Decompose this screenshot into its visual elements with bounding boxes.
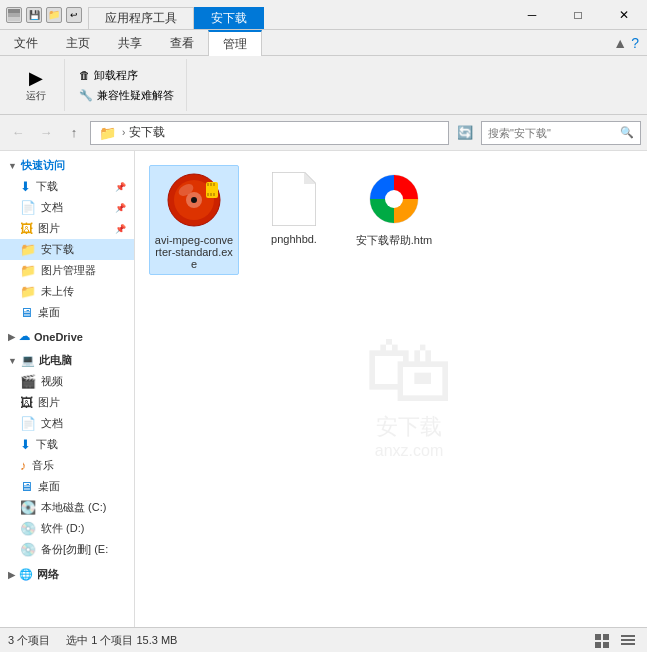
sidebar-item-e-drive[interactable]: 💿 备份[勿删] (E: <box>0 539 134 560</box>
svg-rect-25 <box>621 639 635 641</box>
sidebar-item-desktop2[interactable]: 🖥 桌面 <box>0 476 134 497</box>
sidebar-item-label: 备份[勿删] (E: <box>41 542 108 557</box>
address-path[interactable]: 📁 › 安下载 <box>90 121 449 145</box>
view-details-button[interactable] <box>617 630 639 652</box>
sidebar-item-c-drive[interactable]: 💽 本地磁盘 (C:) <box>0 497 134 518</box>
main-area: ▼ 快速访问 ⬇ 下载 📌 📄 文档 📌 🖼 图片 📌 📁 安下载 <box>0 151 647 627</box>
folder-icon-3: 📁 <box>20 263 36 278</box>
svg-rect-21 <box>603 634 609 640</box>
thispc-caret: ▼ <box>8 356 17 366</box>
ribbon-collapse-btn[interactable]: ▲ <box>613 35 627 51</box>
folder-icon-4: 📁 <box>20 284 36 299</box>
file-item-exe[interactable]: avi-mpeg-converter-standard.exe <box>149 165 239 275</box>
compatibility-button[interactable]: 🔧 兼容性疑难解答 <box>75 86 178 105</box>
sidebar-item-not-uploaded[interactable]: 📁 未上传 <box>0 281 134 302</box>
watermark-bag-icon: 🛍 <box>364 319 454 422</box>
svg-rect-12 <box>207 193 209 196</box>
back-button[interactable]: ← <box>6 121 30 145</box>
ribbon-tab-share[interactable]: 共享 <box>104 30 156 56</box>
watermark-text: 安下载 <box>376 412 442 442</box>
path-separator: › <box>122 127 125 138</box>
sidebar-item-desktop-quick[interactable]: 🖥 桌面 <box>0 302 134 323</box>
save-icon[interactable]: 💾 <box>26 7 42 23</box>
sidebar-item-pictures[interactable]: 🖼 图片 📌 <box>0 218 134 239</box>
sidebar-item-documents[interactable]: 📄 文档 📌 <box>0 197 134 218</box>
files-grid: avi-mpeg-converter-standard.exe pnghhbd. <box>145 161 637 279</box>
thispc-header[interactable]: ▼ 💻 此电脑 <box>0 350 134 371</box>
watermark: 🛍 安下载 anxz.com <box>364 319 454 460</box>
ribbon-tab-home[interactable]: 主页 <box>52 30 104 56</box>
desktop-icon-2: 🖥 <box>20 479 33 494</box>
svg-rect-22 <box>595 642 601 648</box>
item-count: 3 个项目 <box>8 633 50 648</box>
forward-button[interactable]: → <box>34 121 58 145</box>
watermark-url: anxz.com <box>375 442 443 460</box>
sidebar-item-download[interactable]: ⬇ 下载 📌 <box>0 176 134 197</box>
svg-rect-10 <box>210 183 212 186</box>
tab-download[interactable]: 安下载 <box>194 7 264 29</box>
sidebar-item-anxiazai[interactable]: 📁 安下载 <box>0 239 134 260</box>
sidebar-item-documents2[interactable]: 📄 文档 <box>0 413 134 434</box>
quick-access-header[interactable]: ▼ 快速访问 <box>0 155 134 176</box>
network-icon: 🌐 <box>19 568 33 581</box>
maximize-button[interactable]: □ <box>555 0 601 30</box>
view-large-icons-button[interactable] <box>591 630 613 652</box>
file-item-htm[interactable]: 安下载帮助.htm <box>349 165 439 275</box>
onedrive-icon: ☁ <box>19 330 30 343</box>
title-bar-left: 💾 📁 ↩ <box>0 7 88 23</box>
music-icon: ♪ <box>20 458 27 473</box>
selected-info: 选中 1 个项目 15.3 MB <box>66 633 177 648</box>
sidebar-item-pictures2[interactable]: 🖼 图片 <box>0 392 134 413</box>
title-bar-controls: ─ □ ✕ <box>509 0 647 29</box>
file-area: 🛍 安下载 anxz.com <box>135 151 647 627</box>
svg-rect-0 <box>8 9 20 13</box>
file-item-generic[interactable]: pnghhbd. <box>249 165 339 275</box>
sidebar-item-label: 桌面 <box>38 305 60 320</box>
run-icon: ▶ <box>29 67 43 89</box>
file-name-generic: pnghhbd. <box>271 233 317 245</box>
quick-access-caret: ▼ <box>8 161 17 171</box>
svg-rect-13 <box>210 193 212 196</box>
onedrive-header[interactable]: ▶ ☁ OneDrive <box>0 327 134 346</box>
help-btn[interactable]: ? <box>631 35 639 51</box>
network-header[interactable]: ▶ 🌐 网络 <box>0 564 134 585</box>
drive-icon-e: 💿 <box>20 542 36 557</box>
sidebar-item-label: 安下载 <box>41 242 74 257</box>
sidebar-item-label: 下载 <box>36 179 58 194</box>
ribbon: 文件 主页 共享 查看 管理 ▲ ? ▶ 运行 🗑 卸载程序 🔧 兼容 <box>0 30 647 115</box>
close-button[interactable]: ✕ <box>601 0 647 30</box>
sidebar-item-d-drive[interactable]: 💿 软件 (D:) <box>0 518 134 539</box>
svg-rect-24 <box>621 635 635 637</box>
ribbon-tabs: 文件 主页 共享 查看 管理 ▲ ? <box>0 30 647 56</box>
up-button[interactable]: ↑ <box>62 121 86 145</box>
onedrive-section: ▶ ☁ OneDrive <box>0 327 134 346</box>
minimize-button[interactable]: ─ <box>509 0 555 30</box>
undo-icon[interactable]: ↩ <box>66 7 82 23</box>
network-caret: ▶ <box>8 570 15 580</box>
ribbon-tab-file[interactable]: 文件 <box>0 30 52 56</box>
sidebar-item-label: 图片 <box>38 221 60 236</box>
status-bar-right <box>591 630 639 652</box>
run-button[interactable]: ▶ 运行 <box>16 65 56 105</box>
search-icon: 🔍 <box>620 126 634 139</box>
ribbon-tab-manage[interactable]: 管理 <box>208 30 262 56</box>
thispc-label: 此电脑 <box>39 353 72 368</box>
sidebar-item-label: 未上传 <box>41 284 74 299</box>
sidebar-item-music[interactable]: ♪ 音乐 <box>0 455 134 476</box>
sidebar-item-video[interactable]: 🎬 视频 <box>0 371 134 392</box>
sidebar-item-pic-manager[interactable]: 📁 图片管理器 <box>0 260 134 281</box>
pin-icon-1: 📌 <box>115 203 126 213</box>
folder-icon-0: 📄 <box>20 200 36 215</box>
search-input[interactable] <box>488 127 616 139</box>
ribbon-tab-view[interactable]: 查看 <box>156 30 208 56</box>
ribbon-content: ▶ 运行 🗑 卸载程序 🔧 兼容性疑难解答 <box>0 56 647 114</box>
file-name-exe: avi-mpeg-converter-standard.exe <box>154 234 234 270</box>
refresh-button[interactable]: 🔄 <box>453 121 477 145</box>
file-icon-htm <box>364 169 424 229</box>
quick-access-label: 快速访问 <box>21 158 65 173</box>
tab-app-tools[interactable]: 应用程序工具 <box>88 7 194 29</box>
folder-new-icon[interactable]: 📁 <box>46 7 62 23</box>
sidebar-item-downloads2[interactable]: ⬇ 下载 <box>0 434 134 455</box>
search-box: 🔍 <box>481 121 641 145</box>
uninstall-button[interactable]: 🗑 卸载程序 <box>75 66 178 85</box>
